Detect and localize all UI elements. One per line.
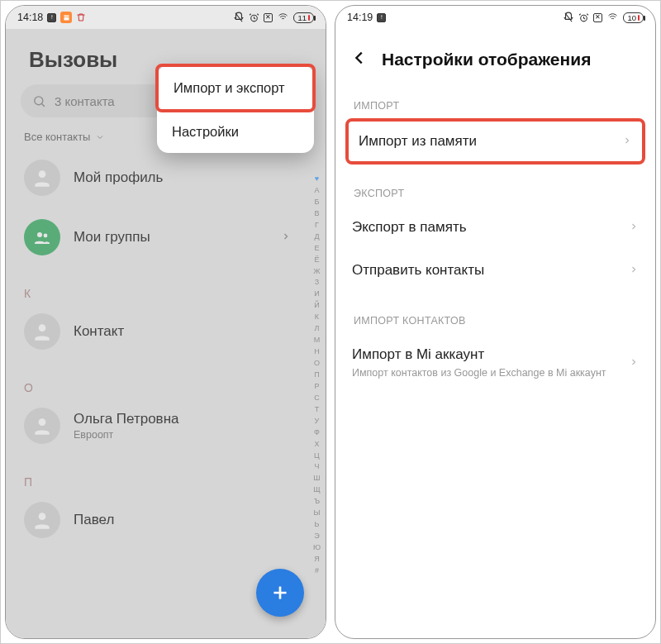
alpha-letter[interactable]: В — [313, 208, 321, 220]
section-header-o: О — [6, 361, 326, 396]
entry-sub: Евроопт — [74, 429, 179, 441]
app-orange-icon — [60, 12, 72, 23]
wifi-icon — [606, 12, 619, 22]
page-title: Настройки отображения — [382, 50, 591, 69]
alpha-letter[interactable]: Ж — [313, 266, 321, 278]
alpha-letter[interactable]: Я — [313, 554, 321, 565]
search-placeholder: 3 контакта — [55, 94, 115, 108]
alpha-letter[interactable]: Ъ — [313, 496, 321, 508]
alpha-letter[interactable]: А — [313, 185, 321, 197]
alpha-letter[interactable]: Щ — [313, 484, 321, 496]
alpha-letter[interactable]: Х — [313, 439, 321, 451]
alpha-letter[interactable]: Ц — [313, 451, 321, 462]
entry-my-groups[interactable]: Мои группы — [6, 208, 326, 267]
chevron-right-icon — [281, 230, 291, 245]
phone-left: 14:18 ↑ ✕ 11 — [5, 5, 326, 639]
chevron-right-icon — [622, 133, 632, 150]
x-box-icon: ✕ — [593, 13, 602, 22]
entry-contact[interactable]: Контакт — [6, 302, 326, 361]
svg-point-2 — [39, 170, 46, 178]
heart-icon: ♥ — [315, 174, 319, 185]
alpha-letter[interactable]: Ч — [313, 461, 321, 473]
alpha-letter[interactable]: Т — [313, 404, 321, 416]
battery-icon: 10 — [623, 12, 644, 23]
menu-item-import-export[interactable]: Импорт и экспорт — [159, 67, 312, 109]
svg-point-6 — [39, 418, 46, 426]
section-header-p: П — [6, 456, 326, 490]
entry-pavel[interactable]: Павел — [6, 490, 326, 550]
search-icon — [32, 94, 46, 108]
row-label: Отправить контакты — [352, 262, 484, 279]
alarm-icon — [249, 12, 259, 23]
dnd-icon — [563, 12, 574, 23]
entry-label: Контакт — [74, 323, 124, 340]
alpha-letter[interactable]: Н — [313, 346, 321, 358]
alpha-letter[interactable]: Р — [313, 381, 321, 393]
alpha-letter[interactable]: О — [313, 358, 321, 370]
avatar-icon — [24, 408, 60, 444]
back-button[interactable] — [350, 49, 369, 70]
highlight-import-export: Импорт и экспорт — [155, 64, 316, 112]
alpha-letter[interactable]: Ю — [313, 542, 321, 554]
phone-right: 14:19 ↑ ✕ 10 Настройки отображения ИМПО — [335, 5, 656, 639]
chevron-down-icon — [95, 132, 105, 142]
status-bar: 14:19 ↑ ✕ 10 — [335, 6, 655, 29]
wifi-icon — [277, 12, 289, 22]
alpha-letter[interactable]: Е — [313, 243, 321, 255]
row-label: Экспорт в память — [352, 219, 467, 236]
entry-my-profile[interactable]: Мой профиль — [6, 148, 326, 208]
add-contact-fab[interactable] — [256, 569, 304, 617]
alpha-letter[interactable]: Ш — [313, 473, 321, 484]
section-import-contacts: ИМПОРТ КОНТАКТОВ — [335, 292, 655, 333]
dnd-icon — [233, 12, 245, 23]
row-import-from-memory[interactable]: Импорт из памяти — [349, 122, 642, 161]
section-export: ЭКСПОРТ — [335, 165, 655, 206]
svg-point-4 — [44, 234, 48, 238]
alpha-letter[interactable]: Ь — [313, 519, 321, 531]
alpha-letter[interactable]: К — [313, 312, 321, 323]
menu-item-settings[interactable]: Настройки — [157, 111, 314, 153]
row-sub: Импорт контактов из Google и Exchange в … — [352, 366, 606, 380]
chevron-right-icon — [629, 262, 639, 279]
chevron-right-icon — [629, 219, 639, 236]
alpha-letter[interactable]: Л — [313, 323, 321, 335]
alpha-letter[interactable]: Б — [313, 197, 321, 208]
highlight-import-memory: Импорт из памяти — [345, 118, 645, 165]
alpha-letter[interactable]: Й — [313, 300, 321, 312]
alarm-icon — [578, 12, 589, 23]
alpha-letter[interactable]: Ы — [313, 508, 321, 519]
alpha-letter[interactable]: У — [313, 416, 321, 427]
alpha-letter[interactable]: Ё — [313, 255, 321, 266]
alpha-letter[interactable]: Э — [313, 531, 321, 542]
entry-label: Мои группы — [74, 229, 150, 246]
battery-icon: 11 — [293, 12, 314, 23]
x-box-icon: ✕ — [264, 13, 273, 22]
alpha-letter[interactable]: Ф — [313, 427, 321, 439]
row-export-to-memory[interactable]: Экспорт в память — [335, 206, 655, 249]
status-time: 14:19 — [347, 12, 373, 23]
alpha-letter[interactable]: С — [313, 393, 321, 404]
alpha-letter[interactable]: Г — [313, 220, 321, 231]
arrow-up-box-icon: ↑ — [377, 13, 386, 22]
svg-point-3 — [37, 232, 42, 237]
alpha-letter[interactable]: Д — [313, 231, 321, 243]
entry-label: Павел — [74, 512, 114, 528]
alpha-letter[interactable]: И — [313, 289, 321, 300]
alpha-letter[interactable]: # — [313, 565, 321, 577]
alpha-letter[interactable]: П — [313, 370, 321, 381]
row-label: Импорт в Mi аккаунт — [352, 346, 606, 363]
entry-olga[interactable]: Ольга Петровна Евроопт — [6, 396, 326, 456]
alpha-letter[interactable]: З — [313, 277, 321, 289]
status-time: 14:18 — [17, 12, 43, 23]
filter-label: Все контакты — [24, 131, 90, 143]
section-header-k: К — [6, 267, 326, 302]
alpha-index[interactable]: ♥ АБВГДЕЁЖЗИЙКЛМНОПРСТУФХЦЧШЩЪЫЬЭЮЯ# — [313, 174, 321, 577]
avatar-icon — [24, 502, 60, 538]
svg-point-5 — [39, 324, 46, 332]
section-import: ИМПОРТ — [335, 85, 655, 118]
context-menu: Импорт и экспорт Настройки — [157, 65, 314, 153]
alpha-letter[interactable]: М — [313, 335, 321, 346]
row-import-mi[interactable]: Импорт в Mi аккаунт Импорт контактов из … — [335, 333, 655, 394]
chevron-right-icon — [629, 355, 639, 371]
row-send-contacts[interactable]: Отправить контакты — [335, 249, 655, 292]
